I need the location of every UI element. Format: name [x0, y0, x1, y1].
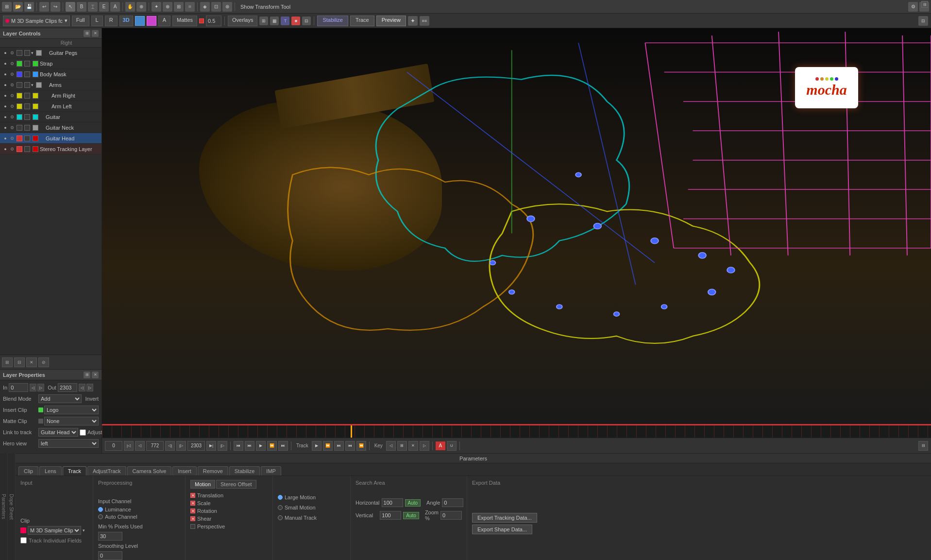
overlay-icon3[interactable]: T: [281, 17, 289, 25]
preview-btn[interactable]: Preview: [376, 16, 406, 26]
eye-guitar-head[interactable]: ●: [2, 135, 9, 142]
tab-camera-solve[interactable]: Camera Solve: [127, 466, 172, 475]
collapse-icon[interactable]: ⊟: [918, 16, 928, 26]
collapse-params-btn[interactable]: ⊟: [921, 1, 928, 8]
matte-value-input[interactable]: [206, 16, 221, 26]
matte-color[interactable]: [199, 18, 204, 23]
smoothing-input[interactable]: [98, 551, 122, 560]
transform-tool[interactable]: ⊡: [211, 2, 221, 12]
go-to-start-btn[interactable]: ◁: [135, 441, 145, 451]
perspective-cb-item[interactable]: Perspective: [190, 524, 268, 529]
tab-imp[interactable]: IMP: [261, 466, 281, 475]
shape-tool[interactable]: ◈: [200, 2, 210, 12]
eye-arm-left[interactable]: ●: [2, 103, 9, 110]
e-tool[interactable]: E: [99, 2, 109, 12]
anchor-tool[interactable]: ⊛: [222, 2, 232, 12]
panel-icon-2[interactable]: ✕: [92, 30, 99, 37]
small-motion-radio[interactable]: Small Motion: [278, 505, 345, 510]
merge-tool[interactable]: ⌗: [185, 2, 195, 12]
min-pixels-input[interactable]: [98, 532, 122, 541]
lp-icon-1[interactable]: ⊞: [84, 372, 90, 378]
transport-btn-u[interactable]: U: [447, 441, 457, 451]
view-3d-btn[interactable]: 3D: [119, 16, 133, 26]
layer-item-stereo[interactable]: ● ⚙ Stereo Tracking Layer: [0, 144, 102, 154]
go-to-end-btn[interactable]: ▶|: [206, 441, 216, 451]
cb-guitar-neck[interactable]: [17, 125, 22, 131]
cb2-arms[interactable]: [24, 82, 30, 88]
lc-btn-3[interactable]: ✕: [26, 357, 37, 367]
cb2-guitar[interactable]: [24, 114, 30, 120]
select-tool[interactable]: ↖: [66, 2, 75, 12]
clip-select-arrow[interactable]: ▾: [83, 528, 85, 533]
cb2-guitar-head[interactable]: [24, 136, 30, 141]
overlays-btn[interactable]: Overlays: [228, 16, 257, 26]
lp-link-select[interactable]: Guitar Head: [38, 428, 78, 437]
export-tracking-btn[interactable]: Export Tracking Data...: [472, 513, 537, 523]
out-btn-2[interactable]: ▷: [86, 384, 93, 391]
cross-tool[interactable]: ⊕: [163, 2, 172, 12]
cb2-strap[interactable]: [24, 61, 30, 67]
zoom-tool[interactable]: ⊕: [136, 2, 146, 12]
view-full-btn[interactable]: Full: [72, 16, 89, 26]
layer-item-guitar-pegs[interactable]: ● ⚙ ▾ Guitar Pegs: [0, 48, 102, 58]
luminance-radio[interactable]: Luminance: [98, 507, 180, 512]
vertical-input[interactable]: [380, 511, 401, 520]
cb2-body-mask[interactable]: [24, 71, 30, 77]
btn-a[interactable]: A: [158, 16, 170, 26]
cb-guitar-pegs[interactable]: [17, 50, 22, 56]
lc-btn-1[interactable]: ⊞: [2, 357, 13, 367]
cog-guitar-pegs[interactable]: ⚙: [9, 50, 16, 56]
angle-input[interactable]: [442, 498, 463, 507]
cog-arms[interactable]: ⚙: [9, 82, 16, 88]
play-rev-btn[interactable]: ⏮: [234, 441, 243, 451]
eye-arms[interactable]: ●: [2, 82, 9, 88]
play-btn[interactable]: ▶: [256, 441, 266, 451]
large-motion-radio[interactable]: Large Motion: [278, 494, 345, 500]
tab-track[interactable]: Track: [63, 466, 86, 475]
frame-start-input[interactable]: [105, 441, 122, 451]
a-tool[interactable]: A: [110, 2, 120, 12]
params-vert-tab[interactable]: Parameters: [0, 453, 8, 560]
lp-insert-select[interactable]: Logo: [44, 406, 99, 414]
plus-tool[interactable]: ✦: [152, 2, 161, 12]
cb-guitar-head[interactable]: [17, 136, 22, 141]
cb-arms[interactable]: [17, 82, 22, 88]
in-btn-2[interactable]: ▷: [37, 384, 44, 391]
layer-item-guitar-neck[interactable]: ● ⚙ Guitar Neck: [0, 122, 102, 133]
layer-item-guitar[interactable]: ● ⚙ Guitar: [0, 112, 102, 122]
prev-keyframe-btn[interactable]: |◁: [124, 441, 134, 451]
view-r-btn[interactable]: R: [105, 16, 118, 26]
track-btn3[interactable]: ⏭: [334, 441, 344, 451]
rotation-cb[interactable]: ✕: [190, 509, 195, 513]
clip-select[interactable]: M 3D Sample Clips: [28, 526, 81, 535]
clip-selector[interactable]: M 3D Sample Clips fc ▾: [3, 16, 70, 26]
lp-hero-select[interactable]: left: [38, 439, 99, 448]
cb-strap[interactable]: [17, 61, 22, 67]
cb-stereo[interactable]: [17, 146, 22, 152]
stabilize-btn[interactable]: Stabilize: [317, 16, 348, 26]
cog-guitar[interactable]: ⚙: [9, 114, 16, 120]
track-fields-label[interactable]: Track Individual Fields: [20, 537, 82, 543]
cog-guitar-neck[interactable]: ⚙: [9, 124, 16, 131]
horizontal-input[interactable]: [382, 498, 403, 507]
collapse-transport-btn[interactable]: ⊟: [918, 441, 928, 451]
cog-arm-left[interactable]: ⚙: [9, 103, 16, 110]
cb-arm-right[interactable]: [17, 93, 22, 99]
lp-matte-select[interactable]: None: [44, 417, 99, 425]
vertical-auto-btn[interactable]: Auto: [403, 512, 419, 519]
translation-cb-item[interactable]: ✕ Translation: [190, 492, 268, 498]
i-tool[interactable]: ⌶: [88, 2, 98, 12]
track-btn4[interactable]: ⏮: [345, 441, 355, 451]
cog-stereo[interactable]: ⚙: [9, 146, 16, 153]
record-btn[interactable]: A: [436, 441, 445, 450]
cb-arm-left[interactable]: [17, 103, 22, 109]
lc-btn-4[interactable]: ⊘: [38, 357, 49, 367]
b-tool[interactable]: B: [77, 2, 86, 12]
eye-guitar-neck[interactable]: ●: [2, 124, 9, 131]
lp-out-input[interactable]: [58, 383, 77, 392]
overlay-icon2[interactable]: ▦: [270, 17, 279, 25]
settings-icon[interactable]: ⚙: [908, 2, 918, 12]
color-swatch-1[interactable]: [135, 16, 145, 26]
translation-cb[interactable]: ✕: [190, 493, 195, 498]
eye-arm-right[interactable]: ●: [2, 92, 9, 99]
